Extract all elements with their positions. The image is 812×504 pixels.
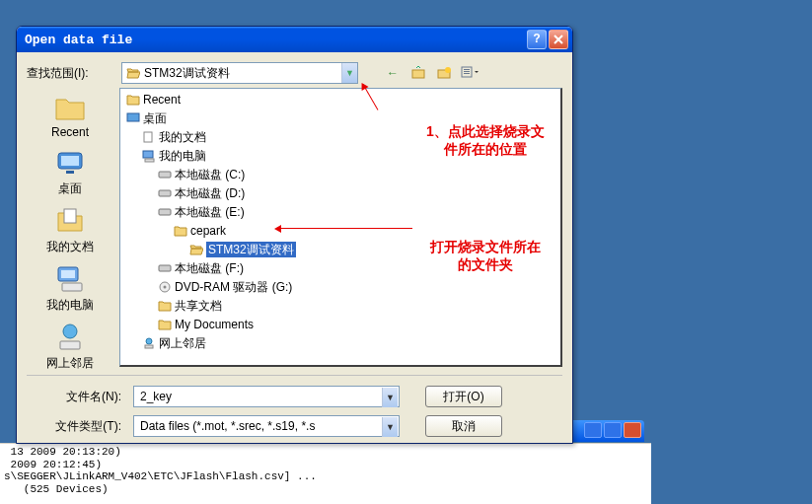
svg-rect-12 [61,270,75,278]
open-button[interactable]: 打开(O) [425,386,502,407]
folder-up-icon [410,65,426,81]
look-in-value: STM32调试资料 [144,65,230,82]
svg-rect-17 [144,132,152,142]
folder-icon [158,299,172,313]
dropdown-arrow-icon[interactable]: ▼ [382,388,398,407]
folder-icon [158,318,172,331]
bg-maximize-button[interactable] [604,422,622,438]
tree-cepark[interactable]: cepark [174,223,226,239]
network-small-icon [142,336,156,350]
folder-icon [174,224,187,238]
tree-disk-d[interactable]: 本地磁盘 (D:) [158,185,245,201]
folder-open-icon [126,66,140,80]
filetype-label: 文件类型(T): [27,418,125,435]
svg-rect-10 [64,209,76,223]
svg-rect-18 [143,151,153,158]
tree-disk-e[interactable]: 本地磁盘 (E:) [158,204,245,220]
svg-rect-23 [159,265,171,271]
places-desktop[interactable]: 桌面 [31,147,110,197]
new-folder-button[interactable] [435,64,453,82]
mydocs-icon [54,205,86,237]
disk-icon [158,168,172,181]
tree-mypc[interactable]: 我的电脑 [142,148,206,164]
svg-point-26 [146,338,152,344]
tree-stm32-selected[interactable]: STM32调试资料 [189,242,296,257]
open-file-dialog: Open data file ? 查找范围(I): STM32调试资料 ▼ ← [16,26,573,444]
recent-folder-icon [54,92,86,123]
folder-open-icon [189,243,203,256]
look-in-label: 查找范围(I): [27,65,115,82]
view-icon [461,65,479,81]
places-mydocs[interactable]: 我的文档 [31,205,110,255]
disk-icon [158,205,172,219]
svg-point-25 [164,286,167,289]
up-one-level-button[interactable] [409,64,427,82]
disk-icon [158,261,172,275]
svg-rect-15 [60,341,80,349]
tree-disk-c[interactable]: 本地磁盘 (C:) [158,167,245,182]
tree-desktop[interactable]: 桌面 [126,110,167,126]
dialog-title: Open data file [25,33,527,47]
cancel-button[interactable]: 取消 [425,415,502,437]
view-menu-button[interactable] [461,64,479,82]
svg-point-14 [63,324,77,338]
help-button[interactable]: ? [527,30,547,49]
svg-rect-13 [62,283,82,291]
annotation-2-arrow [276,228,412,229]
svg-rect-21 [159,190,171,196]
places-mycomputer[interactable]: 我的电脑 [31,263,110,314]
places-bar: Recent 桌面 我的文档 我的电脑 网上邻居 [27,88,113,367]
places-network[interactable]: 网上邻居 [31,322,110,372]
filetype-value: Data files (*.mot, *.srec, *.s19, *.s [140,419,315,433]
tree-shared[interactable]: 共享文档 [158,298,222,314]
svg-rect-4 [464,69,470,70]
svg-rect-20 [159,172,171,178]
svg-rect-8 [61,156,79,166]
titlebar: Open data file ? [17,27,572,52]
filename-combobox[interactable]: 2_key ▼ [133,386,400,407]
desktop-small-icon [126,111,140,125]
filename-label: 文件名(N): [27,389,125,405]
filename-value: 2_key [140,390,172,403]
svg-rect-0 [412,70,424,78]
network-icon [54,322,86,353]
tree-recent[interactable]: Recent [126,92,181,108]
new-folder-icon [436,65,452,81]
back-button[interactable]: ← [384,64,402,82]
mycomputer-small-icon [142,149,156,163]
close-icon [554,35,563,44]
svg-rect-19 [145,159,154,162]
look-in-combobox[interactable]: STM32调试资料 ▼ [121,62,358,84]
tree-dvd[interactable]: DVD-RAM 驱动器 (G:) [158,279,292,295]
bg-close-button[interactable] [624,422,641,438]
tree-disk-f[interactable]: 本地磁盘 (F:) [158,260,244,276]
mydocs-small-icon [142,130,156,144]
svg-rect-16 [127,113,139,121]
tree-mydocs[interactable]: 我的文档 [142,129,206,145]
filetype-combobox[interactable]: Data files (*.mot, *.srec, *.s19, *.s ▼ [133,415,400,437]
dvd-icon [158,280,172,294]
desktop-icon [54,147,86,179]
folder-icon [126,93,140,107]
places-recent[interactable]: Recent [31,92,110,139]
disk-icon [158,186,172,200]
tree-mydocuments[interactable]: My Documents [158,317,254,332]
svg-rect-9 [66,171,74,174]
bg-minimize-button[interactable] [584,422,602,438]
mycomputer-icon [54,263,86,295]
svg-rect-27 [145,345,153,348]
dropdown-arrow-icon[interactable]: ▼ [341,63,357,83]
close-button[interactable] [549,30,568,49]
svg-rect-6 [464,73,470,74]
svg-point-2 [445,67,451,73]
background-window-titlebar [565,420,644,442]
tree-network[interactable]: 网上邻居 [142,335,206,351]
console-log-panel: 13 2009 20:13:20) 2009 20:12:45) s\SEGGE… [0,443,651,504]
svg-rect-5 [464,71,470,72]
svg-rect-22 [159,209,171,215]
dropdown-arrow-icon[interactable]: ▼ [382,417,398,437]
